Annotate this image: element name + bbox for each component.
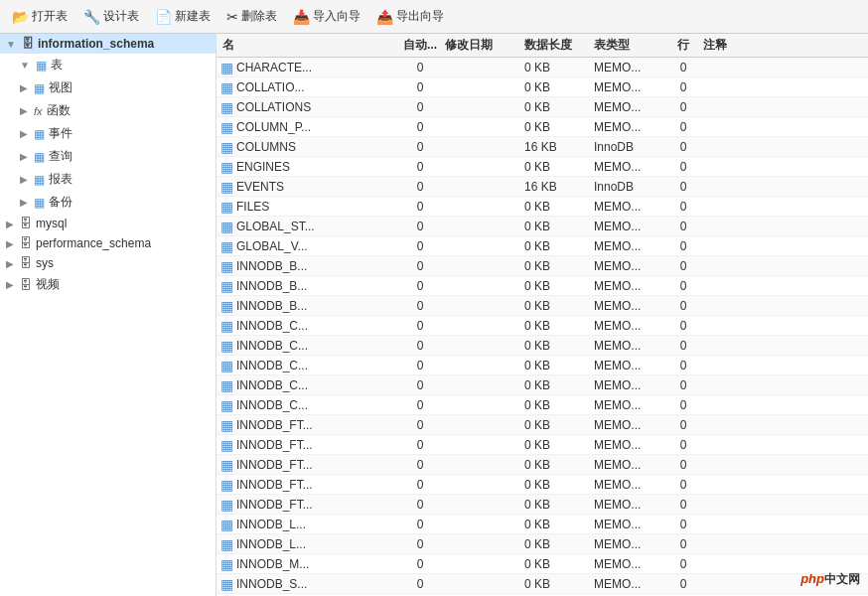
cell-rows: 0	[663, 577, 703, 591]
cell-type: MEMO...	[594, 299, 663, 313]
table-row[interactable]: ▦ COLLATIONS 0 0 KB MEMO... 0	[217, 97, 868, 117]
export-wizard-button[interactable]: 📤 导出向导	[370, 6, 450, 27]
table-row[interactable]: ▦ INNODB_B... 0 0 KB MEMO... 0	[217, 256, 868, 276]
table-row[interactable]: ▦ COLLATIO... 0 0 KB MEMO... 0	[217, 77, 868, 97]
perf-label: performance_schema	[36, 236, 151, 250]
table-row[interactable]: ▦ CHARACTE... 0 0 KB MEMO... 0	[217, 58, 868, 77]
report-icon: ▦	[34, 173, 45, 187]
cell-size: 0 KB	[524, 239, 594, 253]
cell-name-value: INNODB_B...	[236, 279, 307, 293]
cell-type: MEMO...	[594, 259, 663, 273]
table-row[interactable]: ▦ INNODB_L... 0 0 KB MEMO... 0	[217, 515, 868, 534]
table-row-icon: ▦	[220, 79, 233, 95]
open-table-button[interactable]: 📂 打开表	[6, 6, 73, 27]
table-row[interactable]: ▦ INNODB_C... 0 0 KB MEMO... 0	[217, 356, 868, 375]
cell-auto: 0	[395, 200, 445, 214]
queries-label: 查询	[49, 148, 72, 165]
expand-icon-reports: ▶	[20, 174, 28, 185]
query-icon: ▦	[34, 150, 45, 164]
header-rows: 行	[663, 37, 703, 54]
sidebar-item-sys[interactable]: ▶ 🗄 sys	[0, 253, 216, 273]
table-row[interactable]: ▦ ENGINES 0 0 KB MEMO... 0	[217, 157, 868, 177]
table-row[interactable]: ▦ INNODB_B... 0 0 KB MEMO... 0	[217, 296, 868, 316]
sidebar-item-views[interactable]: ▶ ▦ 视图	[0, 76, 216, 99]
cell-size: 0 KB	[524, 61, 594, 74]
cell-name-value: INNODB_L...	[236, 518, 306, 531]
table-row[interactable]: ▦ INNODB_M... 0 0 KB MEMO... 0	[217, 554, 868, 574]
sidebar-item-events[interactable]: ▶ ▦ 事件	[0, 122, 216, 145]
cell-type: MEMO...	[594, 498, 663, 512]
sidebar-item-backup[interactable]: ▶ ▦ 备份	[0, 191, 216, 214]
table-row[interactable]: ▦ GLOBAL_ST... 0 0 KB MEMO... 0	[217, 217, 868, 236]
cell-name: ▦ INNODB_B...	[217, 298, 395, 314]
cell-name: ▦ INNODB_C...	[217, 358, 395, 373]
sidebar-item-information-schema[interactable]: ▼ 🗄 information_schema	[0, 34, 216, 54]
sidebar-item-functions[interactable]: ▶ fx 函数	[0, 99, 216, 122]
table-row[interactable]: ▦ INNODB_C... 0 0 KB MEMO... 0	[217, 336, 868, 356]
cell-auto: 0	[395, 359, 445, 372]
table-row[interactable]: ▦ INNODB_C... 0 0 KB MEMO... 0	[217, 375, 868, 395]
sidebar-item-tables[interactable]: ▼ ▦ 表	[0, 54, 216, 76]
cell-size: 0 KB	[524, 537, 594, 551]
expand-icon-views: ▶	[20, 82, 28, 93]
table-row[interactable]: ▦ INNODB_FT... 0 0 KB MEMO... 0	[217, 455, 868, 475]
cell-size: 0 KB	[524, 299, 594, 313]
table-row[interactable]: ▦ FILES 0 0 KB MEMO... 0	[217, 197, 868, 217]
expand-icon-mysql: ▶	[6, 219, 14, 229]
sidebar-item-reports[interactable]: ▶ ▦ 报表	[0, 168, 216, 191]
table-row-icon: ▦	[220, 139, 233, 155]
backup-icon: ▦	[34, 196, 45, 210]
table-row[interactable]: ▦ INNODB_FT... 0 0 KB MEMO... 0	[217, 495, 868, 515]
table-row[interactable]: ▦ INNODB_L... 0 0 KB MEMO... 0	[217, 534, 868, 554]
cell-size: 0 KB	[524, 80, 594, 94]
cell-size: 0 KB	[524, 378, 594, 392]
table-row-icon: ▦	[220, 278, 233, 294]
cell-auto: 0	[395, 577, 445, 591]
cell-size: 0 KB	[524, 319, 594, 333]
cell-name: ▦ FILES	[217, 199, 395, 215]
table-row[interactable]: ▦ INNODB_C... 0 0 KB MEMO... 0	[217, 316, 868, 336]
cell-size: 0 KB	[524, 577, 594, 591]
sidebar-item-queries[interactable]: ▶ ▦ 查询	[0, 145, 216, 168]
design-icon: 🔧	[83, 9, 100, 25]
expand-icon-backup: ▶	[20, 197, 28, 208]
cell-rows: 0	[663, 299, 703, 313]
cell-type: MEMO...	[594, 518, 663, 531]
table-row[interactable]: ▦ INNODB_FT... 0 0 KB MEMO... 0	[217, 475, 868, 495]
table-row[interactable]: ▦ COLUMN_P... 0 0 KB MEMO... 0	[217, 117, 868, 137]
table-row[interactable]: ▦ INNODB_FT... 0 0 KB MEMO... 0	[217, 435, 868, 455]
table-row[interactable]: ▦ EVENTS 0 16 KB InnoDB 0	[217, 177, 868, 197]
table-row-icon: ▦	[220, 179, 233, 195]
cell-auto: 0	[395, 557, 445, 571]
cell-rows: 0	[663, 498, 703, 512]
design-table-button[interactable]: 🔧 设计表	[77, 6, 145, 27]
sidebar-item-performance-schema[interactable]: ▶ 🗄 performance_schema	[0, 233, 216, 253]
cell-type: MEMO...	[594, 537, 663, 551]
table-row[interactable]: ▦ COLUMNS 0 16 KB InnoDB 0	[217, 137, 868, 157]
cell-size: 0 KB	[524, 478, 594, 492]
table-row[interactable]: ▦ GLOBAL_V... 0 0 KB MEMO... 0	[217, 236, 868, 256]
table-row[interactable]: ▦ INNODB_S... 0 0 KB MEMO... 0	[217, 574, 868, 594]
table-row[interactable]: ▦ INNODB_FT... 0 0 KB MEMO... 0	[217, 415, 868, 435]
cell-name: ▦ INNODB_S...	[217, 576, 395, 592]
sidebar-item-mysql[interactable]: ▶ 🗄 mysql	[0, 214, 216, 233]
new-table-button[interactable]: 📄 新建表	[149, 6, 217, 27]
mysql-label: mysql	[36, 217, 67, 230]
cell-name-value: INNODB_FT...	[236, 438, 313, 452]
delete-table-button[interactable]: ✂ 删除表	[220, 6, 283, 27]
cell-type: InnoDB	[594, 140, 663, 154]
cell-rows: 0	[663, 200, 703, 214]
cell-type: MEMO...	[594, 239, 663, 253]
cell-name: ▦ CHARACTE...	[217, 60, 395, 75]
cell-size: 0 KB	[524, 339, 594, 353]
table-row[interactable]: ▦ INNODB_C... 0 0 KB MEMO... 0	[217, 395, 868, 415]
sidebar-item-video[interactable]: ▶ 🗄 视频	[0, 273, 216, 296]
import-wizard-button[interactable]: 📥 导入向导	[287, 6, 366, 27]
cell-name: ▦ INNODB_FT...	[217, 477, 395, 493]
cell-rows: 0	[663, 458, 703, 472]
table-row-icon: ▦	[220, 219, 233, 234]
table-row[interactable]: ▦ INNODB_B... 0 0 KB MEMO... 0	[217, 276, 868, 296]
cell-type: MEMO...	[594, 319, 663, 333]
cell-auto: 0	[395, 61, 445, 74]
cell-auto: 0	[395, 398, 445, 412]
